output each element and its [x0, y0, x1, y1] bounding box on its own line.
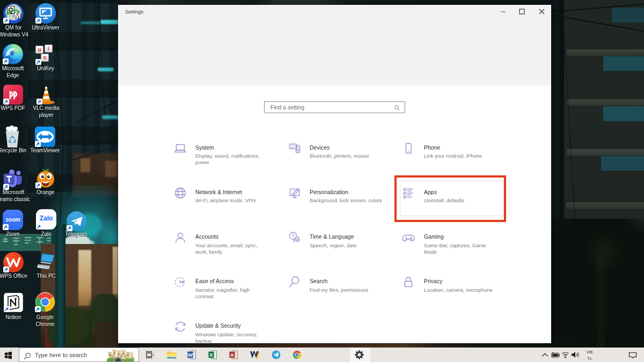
svg-text:X: X: [209, 352, 213, 358]
svg-text:A: A: [230, 352, 234, 358]
svg-text:W: W: [188, 352, 193, 358]
